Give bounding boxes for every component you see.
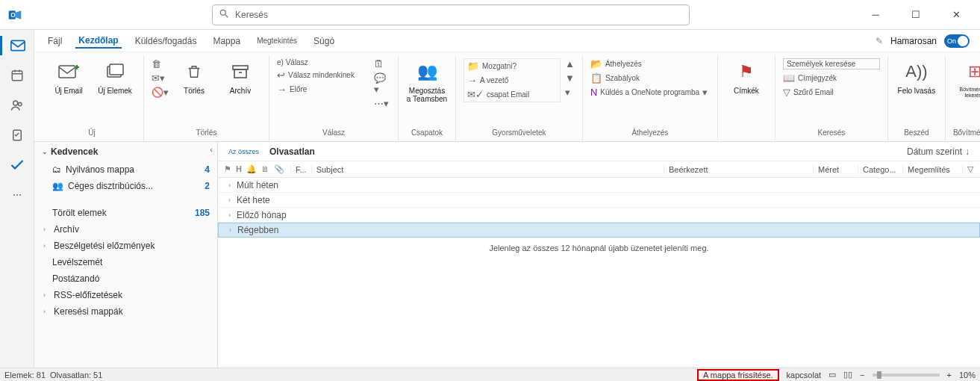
quick-up-icon[interactable]: ▲ <box>565 58 575 69</box>
filter-unread[interactable]: Olvasatlan <box>269 146 315 157</box>
view-reading-icon[interactable]: ▯▯ <box>843 370 852 380</box>
move-icon: 📂 <box>590 58 602 69</box>
col-categories[interactable]: Catego... <box>858 165 902 174</box>
rail-tasks-icon[interactable] <box>5 126 29 145</box>
col-attach-icon[interactable]: 📎 <box>274 164 284 174</box>
filter-icon: ▽ <box>783 87 790 98</box>
status-connected: kapcsolat <box>787 371 821 380</box>
get-addins-button[interactable]: ⊞Bővítmények lekérése <box>954 58 980 98</box>
group-speech-label: Beszéd <box>904 127 928 140</box>
cleanup-icon: ✉▾ <box>152 72 165 84</box>
onenote-button[interactable]: NKüldés a OneNote programba▾ <box>590 87 710 98</box>
col-received[interactable]: Beérkezett <box>664 165 813 174</box>
meeting-icon[interactable]: 🗓 <box>374 58 390 69</box>
mail-check-icon: ✉✓ <box>467 89 484 100</box>
junk-button[interactable]: 🚫▾ <box>152 87 169 98</box>
quick-down-icon[interactable]: ▼ <box>565 72 575 84</box>
tab-help[interactable]: Súgó <box>310 34 337 48</box>
group-last-month[interactable]: ›Előző hónap <box>218 208 980 223</box>
quick-manager[interactable]: →A vezető <box>467 75 557 86</box>
tab-view[interactable]: Megtekintés <box>254 35 300 46</box>
rail-todo-icon[interactable] <box>5 155 29 175</box>
new-email-button[interactable]: Új Email <box>48 58 90 95</box>
zoom-value: 10% <box>959 371 976 380</box>
folder-distribution[interactable]: 👥Céges disztribúciós...2 <box>34 178 217 194</box>
svg-line-3 <box>225 15 228 18</box>
group-last-week[interactable]: ›Múlt héten <box>218 178 980 193</box>
share-teams-button[interactable]: 👥Megosztás a Teamsben <box>406 58 448 103</box>
tags-button[interactable]: ⚑Címkék <box>725 58 767 95</box>
col-from[interactable]: F... <box>290 165 311 174</box>
rail-mail-icon[interactable] <box>0 36 34 55</box>
quick-expand-icon[interactable]: ▾ <box>565 87 575 98</box>
search-people-input[interactable]: Személyek keresése <box>783 58 880 69</box>
rail-calendar-icon[interactable] <box>5 66 29 85</box>
ignore-button[interactable]: 🗑 <box>152 58 169 69</box>
group-addins-label: Bővítmények <box>953 127 980 140</box>
folder-junk[interactable]: Levélszemét <box>34 254 217 270</box>
folder-deleted[interactable]: Törölt elemek185 <box>34 205 217 221</box>
group-older[interactable]: ›Régebben <box>218 223 980 238</box>
reply-all-button[interactable]: ↩Válasz mindenkinek <box>277 69 369 81</box>
arrow-icon: → <box>467 75 477 86</box>
archive-button[interactable]: Archív <box>219 58 261 95</box>
col-h-icon[interactable]: H <box>236 164 242 174</box>
rail-people-icon[interactable] <box>5 96 29 115</box>
zoom-in-icon[interactable]: + <box>947 371 952 380</box>
outlook-logo-icon: O <box>4 4 25 25</box>
new-items-icon <box>106 58 124 85</box>
tab-folder[interactable]: Mappa <box>210 34 243 48</box>
im-icon[interactable]: 💬▾ <box>374 72 390 95</box>
tab-file[interactable]: Fájl <box>45 34 65 48</box>
folder-search[interactable]: ›Keresési mappák <box>34 303 217 320</box>
rules-button[interactable]: 📋Szabályok <box>590 72 710 84</box>
new-items-button[interactable]: Új Elemek <box>94 58 136 95</box>
view-normal-icon[interactable]: ▭ <box>828 370 836 380</box>
zoom-slider[interactable] <box>873 374 940 377</box>
col-flag-icon[interactable]: ▽ <box>967 164 973 173</box>
col-mention[interactable]: Megemlítés <box>902 165 962 174</box>
maximize-button[interactable]: ☐ <box>902 4 929 25</box>
group-icon: 👥 <box>52 181 63 191</box>
delete-button[interactable]: Törlés <box>173 58 215 95</box>
quick-moveto[interactable]: 📁Mozgatni? <box>467 61 557 72</box>
tab-send-receive[interactable]: Küldés/fogadás <box>132 34 200 48</box>
address-book-button[interactable]: 📖Címjegyzék <box>783 72 880 84</box>
folder-outbox[interactable]: Postázandó <box>34 270 217 287</box>
tab-home[interactable]: Kezdőlap <box>75 34 121 49</box>
search-input[interactable]: Keresés <box>212 4 690 25</box>
folder-collapse-icon[interactable]: ‹ <box>210 145 213 154</box>
minimize-button[interactable]: ─ <box>862 4 889 25</box>
folder-rss[interactable]: ›RSS-előfizetések <box>34 287 217 303</box>
group-new-label: Új <box>88 127 95 140</box>
cleanup-button[interactable]: ✉▾ <box>152 72 169 84</box>
group-respond-label: Válasz <box>322 127 345 140</box>
move-button[interactable]: 📂Áthelyezés <box>590 58 710 69</box>
favorites-header[interactable]: ⌄Kedvencek <box>34 142 217 161</box>
coming-soon-toggle[interactable]: On <box>944 34 970 48</box>
zoom-out-icon[interactable]: − <box>860 371 864 380</box>
search-icon <box>219 8 229 21</box>
more-respond-icon[interactable]: ⋯▾ <box>374 98 390 109</box>
teams-icon: 👥 <box>417 58 437 85</box>
sort-by-date[interactable]: Dátum szerint↓ <box>907 146 970 157</box>
folder-conversation[interactable]: ›Beszélgetési előzmények <box>34 238 217 254</box>
filter-all[interactable]: Az összes <box>228 148 259 155</box>
col-importance-icon[interactable]: ⚑ <box>224 164 231 174</box>
col-subject[interactable]: Subject <box>311 165 664 174</box>
group-two-weeks[interactable]: ›Két hete <box>218 193 980 208</box>
filter-email-button[interactable]: ▽Szűrő Email <box>783 87 880 98</box>
rail-more-icon[interactable]: ⋯ <box>5 185 29 205</box>
read-aloud-button[interactable]: A))Felo lvasás <box>896 58 937 95</box>
close-button[interactable]: ✕ <box>943 4 970 25</box>
forward-button[interactable]: →Előre <box>277 84 369 95</box>
reply-button[interactable]: e) Válasz <box>277 58 369 66</box>
group-find-label: Keresés <box>818 127 846 140</box>
folder-public[interactable]: 🗂Nyilvános mappa4 <box>34 161 217 178</box>
col-reminder-icon[interactable]: 🔔 <box>246 164 257 174</box>
col-icon[interactable]: 🗎 <box>261 164 269 174</box>
col-size[interactable]: Méret <box>813 165 858 174</box>
quick-team-email[interactable]: ✉✓csapat Email <box>467 89 557 100</box>
folder-archive[interactable]: ›Archív <box>34 221 217 238</box>
status-update-folder[interactable]: A mappa frissítése. <box>697 369 779 381</box>
